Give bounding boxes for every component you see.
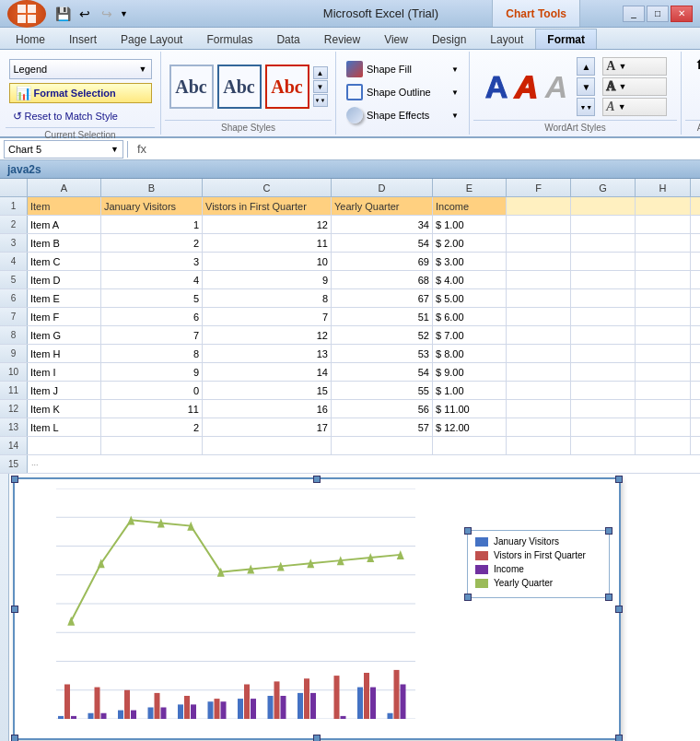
cell-b11[interactable]: 0 [101,382,203,399]
cell-e4[interactable]: $ 3.00 [433,253,507,270]
cell-c14[interactable] [203,437,332,454]
cell-d4[interactable]: 69 [332,253,433,270]
cell-d9[interactable]: 53 [332,345,433,362]
shape-effects-dropdown-arrow[interactable]: ▼ [451,112,459,120]
cell-h8[interactable] [636,326,691,344]
handle-tr[interactable] [615,476,623,483]
cell-a9[interactable]: Item H [28,345,101,362]
restore-button[interactable]: □ [647,6,669,22]
cell-g5[interactable] [571,271,636,288]
cell-f12[interactable] [507,400,571,418]
tab-formulas[interactable]: Formulas [194,29,264,49]
cell-c10[interactable]: 14 [203,363,332,381]
legend-handle-tr[interactable] [605,527,612,535]
tab-review[interactable]: Review [312,29,372,49]
tab-design[interactable]: Design [420,29,478,49]
cell-c1[interactable]: Vistors in First Quarter [203,197,332,215]
wordart-a1[interactable]: A [484,67,510,107]
office-button[interactable] [7,0,46,28]
cell-a1[interactable]: Item [28,197,101,215]
minimize-button[interactable]: _ [623,6,645,22]
cell-e5[interactable]: $ 4.00 [433,271,507,288]
wordart-scroll-down[interactable]: ▼ [577,77,595,96]
cell-h3[interactable] [636,234,691,252]
cell-h6[interactable] [636,289,691,307]
col-header-b[interactable]: B [101,179,203,196]
legend-dropdown[interactable]: Legend ▼ [9,59,152,79]
col-header-d[interactable]: D [332,179,433,196]
format-selection-button[interactable]: 📊 Format Selection [9,83,152,103]
shape-outline-dropdown-arrow[interactable]: ▼ [451,88,459,97]
cell-h7[interactable] [636,308,691,325]
tab-data[interactable]: Data [264,29,311,49]
cell-f11[interactable] [507,382,571,399]
shape-style-3[interactable]: Abc [265,65,309,109]
tab-layout[interactable]: Layout [478,29,535,49]
legend-handle-br[interactable] [605,594,612,601]
cell-c6[interactable]: 8 [203,289,332,307]
text-fill-button[interactable]: A ▼ [602,57,667,76]
cell-a13[interactable]: Item L [28,418,101,436]
shape-fill-button[interactable]: Shape Fill ▼ [343,59,462,79]
cell-c13[interactable]: 17 [203,418,332,436]
cell-b2[interactable]: 1 [101,216,203,233]
cell-a4[interactable]: Item C [28,253,101,270]
cell-e11[interactable]: $ 1.00 [433,382,507,399]
cell-h11[interactable] [636,382,691,399]
cell-d13[interactable]: 57 [332,418,433,436]
cell-e2[interactable]: $ 1.00 [433,216,507,233]
cell-d6[interactable]: 67 [332,289,433,307]
wordart-a3[interactable]: A [543,67,570,107]
cell-f1[interactable] [507,197,571,215]
cell-b8[interactable]: 7 [101,326,203,344]
cell-e9[interactable]: $ 8.00 [433,345,507,362]
cell-f9[interactable] [507,345,571,362]
cell-h12[interactable] [636,400,691,418]
cell-f3[interactable] [507,234,571,252]
cell-f5[interactable] [507,271,571,288]
cell-f8[interactable] [507,326,571,344]
cell-e14[interactable] [433,437,507,454]
col-header-f[interactable]: F [507,179,571,196]
cell-a7[interactable]: Item F [28,308,101,325]
cell-g4[interactable] [571,253,636,270]
cell-a3[interactable]: Item B [28,234,101,252]
cell-h14[interactable] [636,437,691,454]
wordart-scroll-up[interactable]: ▲ [577,57,595,76]
legend-handle-tl[interactable] [464,527,472,535]
cell-b1[interactable]: January Visitors [101,197,203,215]
tab-insert[interactable]: Insert [57,29,109,49]
cell-a6[interactable]: Item E [28,289,101,307]
cell-a2[interactable]: Item A [28,216,101,233]
handle-mr[interactable] [615,606,623,613]
cell-h2[interactable] [636,216,691,233]
cell-d12[interactable]: 56 [332,400,433,418]
cell-d14[interactable] [332,437,433,454]
cell-g14[interactable] [571,437,636,454]
cell-b14[interactable] [101,437,203,454]
handle-tl[interactable] [11,476,18,483]
cell-c12[interactable]: 16 [203,400,332,418]
cell-d3[interactable]: 54 [332,234,433,252]
cell-a5[interactable]: Item D [28,271,101,288]
cell-d8[interactable]: 52 [332,326,433,344]
cell-g11[interactable] [571,382,636,399]
cell-f6[interactable] [507,289,571,307]
cell-d1[interactable]: Yearly Quarter [332,197,433,215]
shape-style-2[interactable]: Abc [217,65,262,109]
col-header-a[interactable]: A [28,179,101,196]
chart-container[interactable]: 80 70 60 50 40 30 20 10 0 [13,477,621,740]
redo-icon[interactable]: ↪ [98,5,116,23]
cell-h9[interactable] [636,345,691,362]
cell-f4[interactable] [507,253,571,270]
cell-a10[interactable]: Item I [28,363,101,381]
cell-g7[interactable] [571,308,636,325]
handle-br[interactable] [615,735,623,741]
cell-g2[interactable] [571,216,636,233]
shape-style-1[interactable]: Abc [169,65,214,109]
bring-button[interactable]: ⬆ Bring [691,55,700,74]
handle-ml[interactable] [11,606,18,613]
chart-wrapper[interactable]: 80 70 60 50 40 30 20 10 0 [0,474,700,741]
col-header-g[interactable]: G [571,179,636,196]
cell-a14[interactable] [28,437,101,454]
